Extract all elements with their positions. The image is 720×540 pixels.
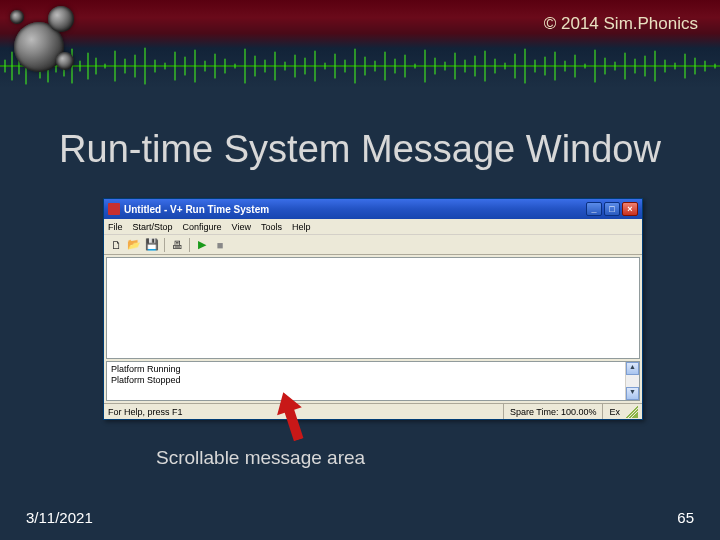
scroll-up-icon[interactable]: ▲ xyxy=(626,362,639,375)
menu-file[interactable]: File xyxy=(108,222,123,232)
menu-view[interactable]: View xyxy=(232,222,251,232)
footer-date: 3/11/2021 xyxy=(26,509,93,526)
statusbar: For Help, press F1 Spare Time: 100.00% E… xyxy=(104,403,642,419)
window-title: Untitled - V+ Run Time System xyxy=(124,204,269,215)
slide-title: Run-time System Message Window xyxy=(0,128,720,171)
titlebar[interactable]: Untitled - V+ Run Time System _ □ × xyxy=(104,199,642,219)
toolbar: 🗋 📂 💾 🖶 ▶ ■ xyxy=(104,235,642,255)
copyright-text: © 2014 Sim.Phonics xyxy=(544,14,698,34)
scroll-down-icon[interactable]: ▼ xyxy=(626,387,639,400)
open-icon[interactable]: 📂 xyxy=(126,237,142,253)
menu-configure[interactable]: Configure xyxy=(183,222,222,232)
stop-icon[interactable]: ■ xyxy=(212,237,228,253)
maximize-button[interactable]: □ xyxy=(604,202,620,216)
print-icon[interactable]: 🖶 xyxy=(169,237,185,253)
menu-help[interactable]: Help xyxy=(292,222,311,232)
menubar: File Start/Stop Configure View Tools Hel… xyxy=(104,219,642,235)
slide: © 2014 Sim.Phonics Run-time System Messa… xyxy=(0,0,720,540)
menu-tools[interactable]: Tools xyxy=(261,222,282,232)
client-area xyxy=(106,257,640,359)
minimize-button[interactable]: _ xyxy=(586,202,602,216)
resize-grip-icon[interactable] xyxy=(626,406,638,418)
new-icon[interactable]: 🗋 xyxy=(108,237,124,253)
app-icon xyxy=(108,203,120,215)
speaker-graphic xyxy=(0,0,90,90)
status-ex: Ex xyxy=(602,404,626,419)
scroll-track[interactable] xyxy=(626,375,639,387)
separator xyxy=(164,238,165,252)
close-button[interactable]: × xyxy=(622,202,638,216)
app-window: Untitled - V+ Run Time System _ □ × File… xyxy=(103,198,643,420)
status-help-text: For Help, press F1 xyxy=(108,407,183,417)
status-spare-time: Spare Time: 100.00% xyxy=(503,404,603,419)
message-area: Platform Running Platform Stopped ▲ ▼ xyxy=(106,361,640,401)
message-text: Platform Running Platform Stopped xyxy=(107,362,625,400)
caption-text: Scrollable message area xyxy=(156,447,365,469)
save-icon[interactable]: 💾 xyxy=(144,237,160,253)
footer-page-number: 65 xyxy=(677,509,694,526)
separator xyxy=(189,238,190,252)
play-icon[interactable]: ▶ xyxy=(194,237,210,253)
menu-startstop[interactable]: Start/Stop xyxy=(133,222,173,232)
scrollbar[interactable]: ▲ ▼ xyxy=(625,362,639,400)
